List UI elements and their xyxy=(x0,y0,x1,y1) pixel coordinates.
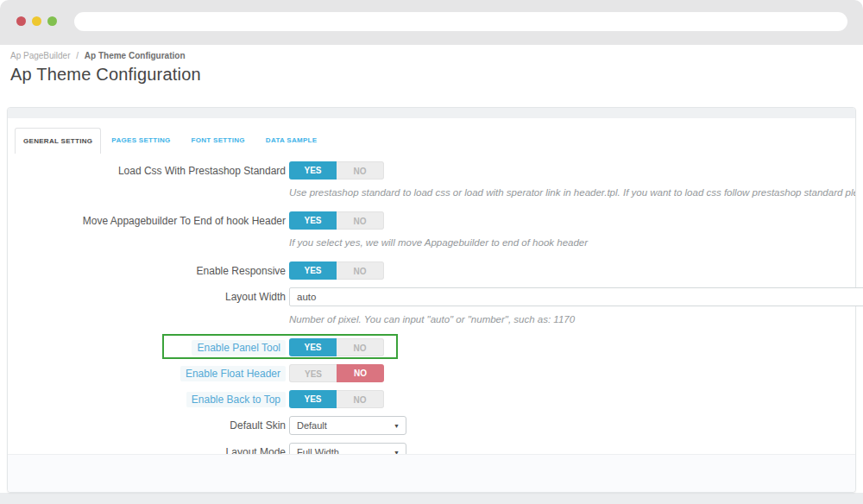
enable-float-header-toggle-yes[interactable]: YES xyxy=(289,364,337,382)
form-row-enable-back-to-top: Enable Back to Top YES NO xyxy=(8,390,855,408)
enable-panel-tool-toggle: YES NO xyxy=(289,338,384,356)
page-title: Ap Theme Configuration xyxy=(10,65,863,85)
load-css-toggle: YES NO xyxy=(289,161,384,180)
layout-width-input[interactable] xyxy=(289,287,863,306)
enable-responsive-toggle-no[interactable]: NO xyxy=(337,261,384,280)
enable-float-header-label[interactable]: Enable Float Header xyxy=(180,366,286,381)
enable-back-to-top-label[interactable]: Enable Back to Top xyxy=(186,392,286,407)
form-row-move-appagebuilder: Move Appagebuilder To End of hook Header… xyxy=(8,211,855,230)
load-css-label: Load Css With Prestashop Standard xyxy=(8,165,286,177)
breadcrumb: Ap PageBuilder / Ap Theme Configuration xyxy=(0,45,863,60)
enable-responsive-toggle-yes[interactable]: YES xyxy=(289,261,337,280)
breadcrumb-separator: / xyxy=(76,51,79,60)
tab-general-setting[interactable]: GENERAL SETTING xyxy=(15,128,101,154)
enable-back-to-top-toggle: YES NO xyxy=(289,390,384,408)
layout-width-help-text: Number of pixel. You can input "auto" or… xyxy=(289,314,855,324)
load-css-help-text: Use prestashop standard to load css or l… xyxy=(289,187,855,198)
enable-responsive-label: Enable Responsive xyxy=(8,265,286,277)
default-skin-label: Default Skin xyxy=(8,419,286,432)
browser-chrome xyxy=(0,0,863,45)
enable-responsive-toggle: YES NO xyxy=(289,261,384,280)
window-controls xyxy=(16,16,57,26)
move-appagebuilder-toggle: YES NO xyxy=(289,211,384,230)
tab-font-setting[interactable]: FONT SETTING xyxy=(181,128,255,154)
enable-float-header-toggle: YES NO xyxy=(289,364,384,382)
enable-back-to-top-toggle-yes[interactable]: YES xyxy=(289,390,337,408)
form-row-layout-width: Layout Width xyxy=(8,287,855,306)
form-row-enable-float-header: Enable Float Header YES NO xyxy=(8,364,855,382)
dropdown-caret-icon: ▼ xyxy=(394,423,400,429)
form-row-enable-responsive: Enable Responsive YES NO xyxy=(8,261,855,280)
window-minimize-button[interactable] xyxy=(32,16,41,26)
load-css-toggle-yes[interactable]: YES xyxy=(289,161,337,180)
panel-top-strip xyxy=(8,108,855,118)
tab-pages-setting[interactable]: PAGES SETTING xyxy=(101,128,180,154)
move-appagebuilder-help-text: If you select yes, we will move Appagebu… xyxy=(289,237,855,248)
move-appagebuilder-toggle-no[interactable]: NO xyxy=(337,211,384,230)
settings-panel: GENERAL SETTING PAGES SETTING FONT SETTI… xyxy=(7,107,856,493)
breadcrumb-link-pagebuilder[interactable]: Ap PageBuilder xyxy=(10,51,71,60)
move-appagebuilder-toggle-yes[interactable]: YES xyxy=(289,211,337,230)
tab-data-sample[interactable]: DATA SAMPLE xyxy=(255,128,328,154)
breadcrumb-current: Ap Theme Configuration xyxy=(85,51,186,60)
form-row-default-skin: Default Skin Default ▼ xyxy=(8,416,855,435)
window-close-button[interactable] xyxy=(16,16,26,26)
layout-width-label: Layout Width xyxy=(8,291,286,303)
default-skin-selected-value: Default xyxy=(297,420,327,431)
page-bottom-strip xyxy=(0,493,863,504)
address-bar[interactable] xyxy=(74,12,847,31)
form-row-load-css: Load Css With Prestashop Standard YES NO xyxy=(8,161,855,180)
panel-footer xyxy=(8,454,855,492)
enable-float-header-toggle-no[interactable]: NO xyxy=(337,364,384,382)
form-row-enable-panel-tool: Enable Panel Tool YES NO xyxy=(8,338,855,356)
enable-panel-tool-label[interactable]: Enable Panel Tool xyxy=(192,340,286,356)
general-settings-form: Load Css With Prestashop Standard YES NO… xyxy=(8,154,855,462)
load-css-toggle-no[interactable]: NO xyxy=(337,161,384,180)
enable-back-to-top-toggle-no[interactable]: NO xyxy=(337,390,384,408)
enable-panel-tool-toggle-yes[interactable]: YES xyxy=(289,338,337,356)
move-appagebuilder-label: Move Appagebuilder To End of hook Header xyxy=(8,215,286,227)
window-zoom-button[interactable] xyxy=(47,16,57,26)
default-skin-select[interactable]: Default ▼ xyxy=(289,416,406,435)
tab-bar: GENERAL SETTING PAGES SETTING FONT SETTI… xyxy=(15,128,855,154)
enable-panel-tool-toggle-no[interactable]: NO xyxy=(337,338,384,356)
